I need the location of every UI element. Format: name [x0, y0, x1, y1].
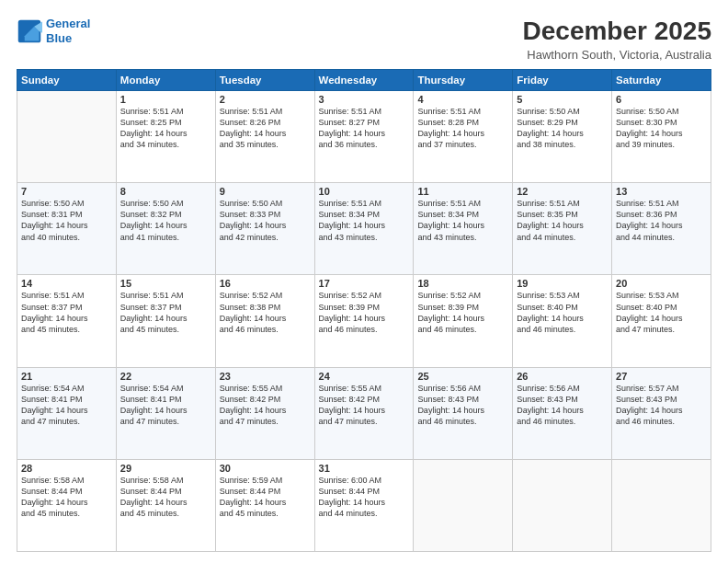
- calendar-cell: 30Sunrise: 5:59 AM Sunset: 8:44 PM Dayli…: [215, 459, 314, 551]
- calendar-cell: 11Sunrise: 5:51 AM Sunset: 8:34 PM Dayli…: [414, 183, 513, 275]
- calendar-cell: 2Sunrise: 5:51 AM Sunset: 8:26 PM Daylig…: [215, 91, 314, 183]
- calendar-cell: 7Sunrise: 5:50 AM Sunset: 8:31 PM Daylig…: [17, 183, 117, 275]
- calendar-cell: 31Sunrise: 6:00 AM Sunset: 8:44 PM Dayli…: [314, 459, 414, 551]
- cell-content: Sunrise: 5:50 AM Sunset: 8:31 PM Dayligh…: [21, 198, 112, 243]
- cell-content: Sunrise: 5:54 AM Sunset: 8:41 PM Dayligh…: [21, 383, 112, 428]
- calendar-cell: 28Sunrise: 5:58 AM Sunset: 8:44 PM Dayli…: [17, 459, 117, 551]
- cell-content: Sunrise: 5:50 AM Sunset: 8:29 PM Dayligh…: [517, 106, 608, 151]
- cell-content: Sunrise: 5:51 AM Sunset: 8:26 PM Dayligh…: [220, 106, 311, 151]
- cell-content: Sunrise: 5:51 AM Sunset: 8:37 PM Dayligh…: [21, 290, 112, 335]
- calendar-cell: 23Sunrise: 5:55 AM Sunset: 8:42 PM Dayli…: [215, 367, 314, 459]
- cell-content: Sunrise: 5:53 AM Sunset: 8:40 PM Dayligh…: [616, 290, 707, 335]
- cell-content: Sunrise: 5:51 AM Sunset: 8:36 PM Dayligh…: [616, 198, 707, 243]
- day-number: 16: [220, 278, 311, 289]
- day-number: 11: [417, 186, 508, 197]
- day-number: 8: [120, 186, 211, 197]
- cell-content: Sunrise: 5:54 AM Sunset: 8:41 PM Dayligh…: [120, 383, 211, 428]
- cell-content: Sunrise: 6:00 AM Sunset: 8:44 PM Dayligh…: [319, 475, 410, 520]
- cell-content: Sunrise: 5:55 AM Sunset: 8:42 PM Dayligh…: [220, 383, 311, 428]
- calendar-cell: 18Sunrise: 5:52 AM Sunset: 8:39 PM Dayli…: [414, 275, 513, 367]
- cell-content: Sunrise: 5:53 AM Sunset: 8:40 PM Dayligh…: [517, 290, 608, 335]
- day-number: 10: [319, 186, 410, 197]
- day-number: 5: [517, 94, 608, 105]
- calendar-cell: 17Sunrise: 5:52 AM Sunset: 8:39 PM Dayli…: [314, 275, 414, 367]
- calendar-cell: [513, 459, 612, 551]
- day-number: 6: [616, 94, 707, 105]
- day-number: 9: [220, 186, 311, 197]
- col-header-tuesday: Tuesday: [215, 70, 314, 91]
- logo-text: General Blue: [46, 17, 90, 45]
- calendar-cell: 8Sunrise: 5:50 AM Sunset: 8:32 PM Daylig…: [116, 183, 215, 275]
- day-number: 12: [517, 186, 608, 197]
- cell-content: Sunrise: 5:52 AM Sunset: 8:39 PM Dayligh…: [319, 290, 410, 335]
- cell-content: Sunrise: 5:51 AM Sunset: 8:37 PM Dayligh…: [120, 290, 211, 335]
- calendar-cell: [612, 459, 711, 551]
- day-number: 29: [120, 463, 211, 474]
- main-title: December 2025: [523, 17, 711, 46]
- cell-content: Sunrise: 5:51 AM Sunset: 8:34 PM Dayligh…: [417, 198, 508, 243]
- calendar-cell: 13Sunrise: 5:51 AM Sunset: 8:36 PM Dayli…: [612, 183, 711, 275]
- col-header-sunday: Sunday: [17, 70, 117, 91]
- day-number: 15: [120, 278, 211, 289]
- col-header-thursday: Thursday: [414, 70, 513, 91]
- col-header-saturday: Saturday: [612, 70, 711, 91]
- title-block: December 2025 Hawthorn South, Victoria, …: [523, 17, 711, 62]
- calendar-cell: 1Sunrise: 5:51 AM Sunset: 8:25 PM Daylig…: [116, 91, 215, 183]
- day-number: 2: [220, 94, 311, 105]
- day-number: 28: [21, 463, 112, 474]
- calendar-cell: 10Sunrise: 5:51 AM Sunset: 8:34 PM Dayli…: [314, 183, 414, 275]
- calendar-table: SundayMondayTuesdayWednesdayThursdayFrid…: [17, 69, 711, 552]
- calendar-cell: 27Sunrise: 5:57 AM Sunset: 8:43 PM Dayli…: [612, 367, 711, 459]
- calendar-cell: 19Sunrise: 5:53 AM Sunset: 8:40 PM Dayli…: [513, 275, 612, 367]
- calendar-cell: 29Sunrise: 5:58 AM Sunset: 8:44 PM Dayli…: [116, 459, 215, 551]
- cell-content: Sunrise: 5:51 AM Sunset: 8:25 PM Dayligh…: [120, 106, 211, 151]
- day-number: 4: [417, 94, 508, 105]
- day-number: 30: [220, 463, 311, 474]
- day-number: 17: [319, 278, 410, 289]
- week-row-1: 1Sunrise: 5:51 AM Sunset: 8:25 PM Daylig…: [17, 91, 711, 183]
- cell-content: Sunrise: 5:55 AM Sunset: 8:42 PM Dayligh…: [319, 383, 410, 428]
- cell-content: Sunrise: 5:51 AM Sunset: 8:27 PM Dayligh…: [319, 106, 410, 151]
- calendar-cell: 6Sunrise: 5:50 AM Sunset: 8:30 PM Daylig…: [612, 91, 711, 183]
- logo-icon: [17, 18, 42, 44]
- calendar-cell: [17, 91, 117, 183]
- day-number: 22: [120, 371, 211, 382]
- col-header-wednesday: Wednesday: [314, 70, 414, 91]
- day-number: 3: [319, 94, 410, 105]
- col-header-monday: Monday: [116, 70, 215, 91]
- calendar-cell: 25Sunrise: 5:56 AM Sunset: 8:43 PM Dayli…: [414, 367, 513, 459]
- day-number: 24: [319, 371, 410, 382]
- calendar-cell: 22Sunrise: 5:54 AM Sunset: 8:41 PM Dayli…: [116, 367, 215, 459]
- day-number: 27: [616, 371, 707, 382]
- cell-content: Sunrise: 5:51 AM Sunset: 8:34 PM Dayligh…: [319, 198, 410, 243]
- header-row: SundayMondayTuesdayWednesdayThursdayFrid…: [17, 70, 711, 91]
- calendar-cell: 24Sunrise: 5:55 AM Sunset: 8:42 PM Dayli…: [314, 367, 414, 459]
- cell-content: Sunrise: 5:52 AM Sunset: 8:38 PM Dayligh…: [220, 290, 311, 335]
- week-row-5: 28Sunrise: 5:58 AM Sunset: 8:44 PM Dayli…: [17, 459, 711, 551]
- day-number: 31: [319, 463, 410, 474]
- calendar-cell: 14Sunrise: 5:51 AM Sunset: 8:37 PM Dayli…: [17, 275, 117, 367]
- calendar-cell: 26Sunrise: 5:56 AM Sunset: 8:43 PM Dayli…: [513, 367, 612, 459]
- cell-content: Sunrise: 5:51 AM Sunset: 8:28 PM Dayligh…: [417, 106, 508, 151]
- day-number: 25: [417, 371, 508, 382]
- day-number: 1: [120, 94, 211, 105]
- calendar-cell: 16Sunrise: 5:52 AM Sunset: 8:38 PM Dayli…: [215, 275, 314, 367]
- day-number: 14: [21, 278, 112, 289]
- calendar-cell: 12Sunrise: 5:51 AM Sunset: 8:35 PM Dayli…: [513, 183, 612, 275]
- day-number: 21: [21, 371, 112, 382]
- cell-content: Sunrise: 5:56 AM Sunset: 8:43 PM Dayligh…: [417, 383, 508, 428]
- cell-content: Sunrise: 5:57 AM Sunset: 8:43 PM Dayligh…: [616, 383, 707, 428]
- logo: General Blue: [17, 17, 90, 45]
- week-row-2: 7Sunrise: 5:50 AM Sunset: 8:31 PM Daylig…: [17, 183, 711, 275]
- calendar-cell: 3Sunrise: 5:51 AM Sunset: 8:27 PM Daylig…: [314, 91, 414, 183]
- calendar-cell: 15Sunrise: 5:51 AM Sunset: 8:37 PM Dayli…: [116, 275, 215, 367]
- day-number: 23: [220, 371, 311, 382]
- day-number: 18: [417, 278, 508, 289]
- cell-content: Sunrise: 5:52 AM Sunset: 8:39 PM Dayligh…: [417, 290, 508, 335]
- calendar-cell: 20Sunrise: 5:53 AM Sunset: 8:40 PM Dayli…: [612, 275, 711, 367]
- day-number: 7: [21, 186, 112, 197]
- page: General Blue December 2025 Hawthorn Sout…: [0, 0, 728, 563]
- col-header-friday: Friday: [513, 70, 612, 91]
- cell-content: Sunrise: 5:51 AM Sunset: 8:35 PM Dayligh…: [517, 198, 608, 243]
- cell-content: Sunrise: 5:58 AM Sunset: 8:44 PM Dayligh…: [21, 475, 112, 520]
